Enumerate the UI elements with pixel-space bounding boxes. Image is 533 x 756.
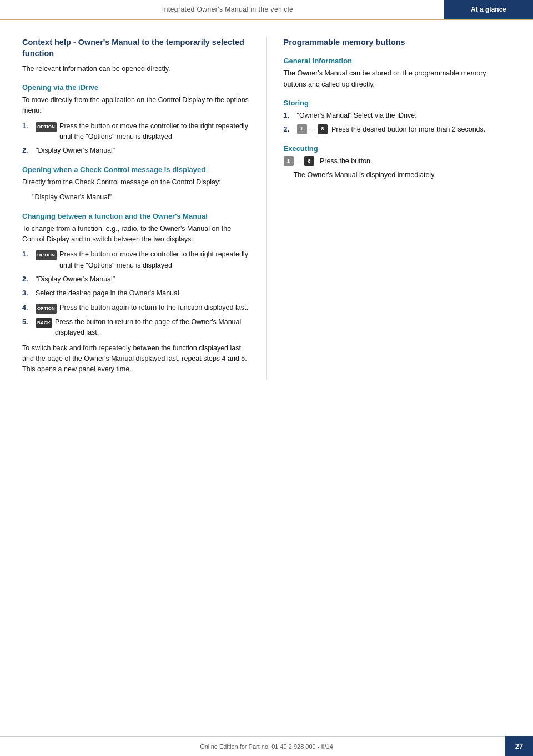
- list-item: 5. BACK Press the button to return to th…: [22, 317, 250, 339]
- step-num: 1.: [284, 110, 295, 121]
- option-icon-3: OPTION: [36, 304, 57, 314]
- num-icon-8: 8: [318, 124, 328, 134]
- step-text: "Display Owner's Manual": [36, 145, 250, 156]
- page-footer: Online Edition for Part no. 01 40 2 928 …: [0, 736, 533, 756]
- step-text: Press the button or move the controller …: [59, 121, 249, 143]
- sub-title-storing: Storing: [284, 99, 511, 107]
- left-column: Context help - Owner's Manual to the tem…: [22, 37, 267, 380]
- step-content: "Display Owner's Manual": [36, 274, 250, 285]
- general-info-text: The Owner's Manual can be stored on the …: [284, 68, 511, 90]
- storing-steps: 1. "Owner's Manual" Select via the iDriv…: [284, 110, 511, 135]
- check-control-intro: Directly from the Check Control message …: [22, 177, 250, 188]
- step-text: Press the desired button for more than 2…: [331, 124, 511, 135]
- step-text: "Owner's Manual" Select via the iDrive.: [297, 110, 511, 121]
- step-content: "Display Owner's Manual": [36, 145, 250, 156]
- exec-text1: Press the button.: [320, 156, 373, 167]
- list-item: 2. "Display Owner's Manual": [22, 274, 250, 285]
- back-icon: BACK: [36, 318, 52, 328]
- changing-footer-text: To switch back and forth repeatedly betw…: [22, 343, 250, 375]
- check-control-quote: "Display Owner's Manual": [32, 192, 250, 203]
- list-item: 4. OPTION Press the button again to retu…: [22, 303, 250, 314]
- footer-text: Online Edition for Part no. 01 40 2 928 …: [200, 743, 333, 750]
- step-text: Press the button or move the controller …: [59, 249, 249, 271]
- list-item: 2. 1 ... 8 Press the desired button for …: [284, 124, 511, 135]
- exec-num-icon-1: 1: [284, 156, 294, 166]
- sub-title-general-info: General information: [284, 57, 511, 65]
- sub-title-idrive: Opening via the iDrive: [22, 83, 250, 92]
- step-text: Press the button to return to the page o…: [55, 317, 249, 339]
- step-num: 1.: [22, 249, 33, 260]
- list-item: 1. OPTION Press the button or move the c…: [22, 249, 250, 271]
- num-icon-1: 1: [297, 124, 307, 134]
- step-content: Select the desired page in the Owner's M…: [36, 288, 250, 299]
- step-text: Press the button again to return to the …: [59, 303, 249, 313]
- header-right-label: At a glance: [444, 0, 533, 19]
- page-header: Integrated Owner's Manual in the vehicle…: [0, 0, 533, 20]
- step-content: OPTION Press the button or move the cont…: [36, 121, 250, 143]
- list-item: 1. OPTION Press the button or move the c…: [22, 121, 250, 143]
- list-item: 3. Select the desired page in the Owner'…: [22, 288, 250, 299]
- page-number: 27: [505, 736, 533, 756]
- idrive-steps: 1. OPTION Press the button or move the c…: [22, 121, 250, 157]
- step-num: 2.: [22, 274, 33, 285]
- step-num: 3.: [22, 288, 33, 299]
- sub-title-changing: Changing between a function and the Owne…: [22, 212, 250, 220]
- exec-num-icon-8: 8: [304, 156, 314, 166]
- step-content: BACK Press the button to return to the p…: [36, 317, 250, 339]
- changing-intro: To change from a function, e.g., radio, …: [22, 224, 250, 245]
- step-text: "Display Owner's Manual": [36, 274, 250, 285]
- main-content: Context help - Owner's Manual to the tem…: [0, 20, 533, 396]
- step-content: "Owner's Manual" Select via the iDrive.: [297, 110, 511, 121]
- exec-dots: ...: [296, 156, 304, 162]
- left-section-title: Context help - Owner's Manual to the tem…: [22, 37, 250, 59]
- step-num: 4.: [22, 303, 33, 313]
- step-content: OPTION Press the button again to return …: [36, 303, 250, 314]
- left-intro-text: The relevant information can be opened d…: [22, 64, 250, 74]
- step-content: 1 ... 8 Press the desired button for mor…: [297, 124, 511, 135]
- changing-steps: 1. OPTION Press the button or move the c…: [22, 249, 250, 338]
- sub-title-check-control: Opening when a Check Control message is …: [22, 165, 250, 174]
- option-icon-2: OPTION: [36, 250, 57, 260]
- sub-title-executing: Executing: [284, 144, 511, 153]
- right-section-title: Programmable memory buttons: [284, 37, 511, 48]
- step-num: 1.: [22, 121, 33, 132]
- step-num: 5.: [22, 317, 33, 327]
- right-column: Programmable memory buttons General info…: [267, 37, 511, 380]
- step-num: 2.: [284, 124, 295, 135]
- list-item: 2. "Display Owner's Manual": [22, 145, 250, 156]
- option-icon: OPTION: [36, 122, 57, 132]
- idrive-intro: To move directly from the application on…: [22, 95, 250, 117]
- exec-text2: The Owner's Manual is displayed immediat…: [294, 170, 511, 180]
- step-content: OPTION Press the button or move the cont…: [36, 249, 250, 271]
- step-text: Select the desired page in the Owner's M…: [36, 288, 250, 299]
- step-num: 2.: [22, 145, 33, 156]
- header-left-label: Integrated Owner's Manual in the vehicle: [0, 6, 444, 13]
- executing-row: 1 ... 8 Press the button.: [284, 156, 511, 167]
- list-item: 1. "Owner's Manual" Select via the iDriv…: [284, 110, 511, 121]
- dots: ...: [309, 124, 317, 132]
